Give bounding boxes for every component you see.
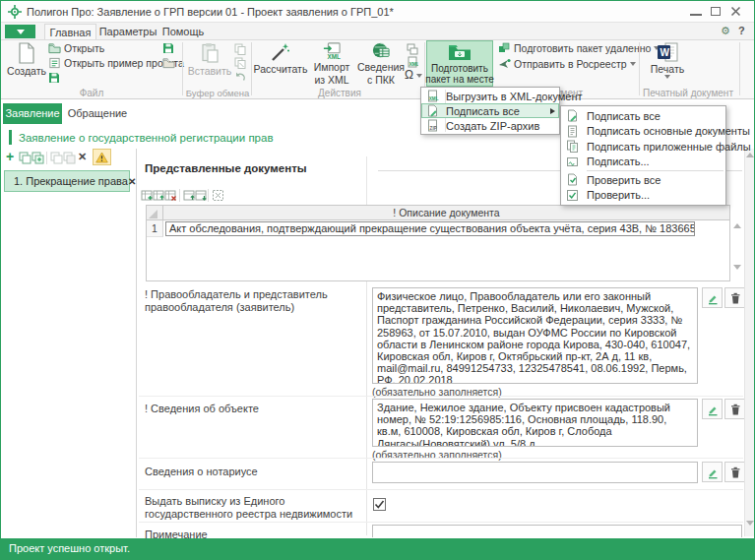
xml-export-icon[interactable]: XML [407,56,418,68]
new-document-icon [18,42,35,64]
tab-parameters[interactable]: Параметры [98,24,157,39]
submenu-item-sign-attached-files[interactable]: Подписать приложенные файлы [561,139,725,155]
holder-edit-button[interactable] [702,287,723,308]
paste-button[interactable]: Вставить [188,42,231,86]
object-field-value[interactable]: Здание, Нежилое здание, Объекту присвоен… [372,399,698,447]
note-field-input[interactable] [372,525,742,537]
notary-edit-button[interactable] [702,462,723,482]
send-rosreestr-button[interactable]: Отправить в Росреестр [498,58,636,70]
copy-item-icon[interactable] [19,152,31,164]
menu-item-label: Проверить все [587,174,661,186]
menu-item-export-xml[interactable]: XML Выгрузить в XML-документ [421,89,559,103]
document-description-cell[interactable]: Акт обследования, подтверждающий прекращ… [165,221,695,236]
paste-label: Вставить [188,66,232,77]
row-separator [139,489,743,490]
menu-item-create-zip[interactable]: ZIP Создать ZIP-архив [421,118,559,133]
notary-field-input[interactable] [372,462,698,483]
menu-item-label: Подписать все [587,110,661,122]
verify-document-icon [566,173,579,186]
maximize-button[interactable] [711,7,721,16]
pencil-icon [706,291,720,305]
create-button[interactable]: Создать [7,42,46,86]
magic-wand-icon [271,42,290,62]
prepare-package-local-button[interactable]: Подготовить пакет на месте [426,40,493,87]
notary-field-label: Сведения о нотариусе [145,466,359,478]
menu-separator [587,170,724,171]
paste-item-disabled-icon[interactable] [63,152,76,164]
pkk-label-2: с ПКК [367,75,395,86]
scroll-down-icon[interactable] [746,521,754,526]
print-button[interactable]: W Печать [645,42,690,89]
menu-item-sign-all[interactable]: Подписать все [421,103,559,118]
pkk-info-button[interactable]: Сведения с ПКК [357,42,405,86]
submenu-item-sign-main-documents[interactable]: Подписать основные документы [561,124,725,140]
chevron-down-icon [664,75,670,79]
tab-appeal[interactable]: Обращение [64,103,131,124]
submenu-item-sign-custom[interactable]: Подписать... [561,155,725,170]
column-header-description[interactable]: ! Описание документа [163,206,729,220]
minimize-button[interactable] [690,14,702,16]
delete-row-icon[interactable] [164,189,177,202]
status-text: Проект успешно открыт. [9,542,130,554]
submenu-item-verify-all[interactable]: Проверить все [561,172,725,188]
toolbar-separator [179,189,180,202]
table-corner-cell[interactable] [147,206,163,220]
gear-icon[interactable]: ⚙ [721,25,730,37]
object-delete-button[interactable] [724,399,745,419]
object-edit-button[interactable] [702,399,723,419]
calculate-button[interactable]: Рассчитать [255,42,306,86]
help-icon[interactable]: ? [738,25,745,36]
table-scroll-up-icon[interactable] [733,223,741,228]
form-scrollbar[interactable] [744,149,755,536]
table-scroll-down-icon[interactable] [733,265,741,270]
save-as-icon[interactable] [162,42,174,54]
holder-delete-button[interactable] [724,287,745,308]
warning-icon [95,152,108,163]
row-number-cell[interactable]: 1 [147,220,163,237]
save-icon[interactable] [48,72,60,84]
tab-home[interactable]: Главная [44,24,96,39]
application-menu-button[interactable] [5,25,35,38]
scroll-up-icon[interactable] [746,153,754,157]
globe-table-icon [371,42,391,60]
object-required-hint: (обязательно заполняется) [372,449,502,461]
close-project-icon[interactable] [162,57,175,69]
prepare-remote-label: Подготовить пакет удаленно [514,42,651,54]
close-button[interactable] [730,6,741,17]
submenu-item-verify-custom[interactable]: Проверить... [561,188,725,204]
clipboard-icon [201,42,220,64]
duplicate-item-icon[interactable] [31,152,44,164]
extract-checkbox[interactable] [373,498,386,511]
chevron-down-icon [416,74,422,78]
xml-document-icon: XML [426,90,439,102]
extract-field-label: Выдать выписку из Единого государственно… [145,495,373,521]
expand-table-icon[interactable] [212,189,224,202]
add-item-button[interactable]: + [6,150,14,164]
green-folder-icon [448,44,472,61]
warning-button[interactable] [93,149,111,165]
move-row-down-icon[interactable] [195,189,208,202]
prepare-package-remote-button[interactable]: Подготовить пакет удаленно [498,42,660,54]
svg-text:XML: XML [328,53,341,60]
delete-item-button[interactable]: ✕ [78,151,87,163]
menu-item-label: Подписать... [587,156,650,167]
import-xml-button[interactable]: XML Импорт из XML [308,42,355,86]
undo-icon[interactable] [234,71,246,83]
cut-icon[interactable] [234,57,246,69]
holder-field-value[interactable]: Физическое лицо, Правообладатель или его… [372,287,698,384]
tab-help[interactable]: Помощь [159,24,207,39]
close-item-icon[interactable]: ✕ [128,176,136,187]
document-list-icon [566,125,579,138]
group-separator [251,42,252,95]
open-button[interactable]: Открыть [48,42,104,54]
sidebar-item-termination[interactable]: 1. Прекращение права ✕ [4,170,130,192]
copy-icon[interactable] [234,43,246,55]
windows-icon[interactable] [407,43,418,55]
tab-statement[interactable]: Заявление [3,103,62,124]
submenu-item-sign-all[interactable]: Подписать все [561,108,725,124]
calculate-label: Рассчитать [254,64,308,75]
sign-document-icon [426,104,439,117]
copy-disabled-icon[interactable] [50,152,63,164]
notary-delete-button[interactable] [724,462,745,482]
section-title-bar [9,130,12,145]
